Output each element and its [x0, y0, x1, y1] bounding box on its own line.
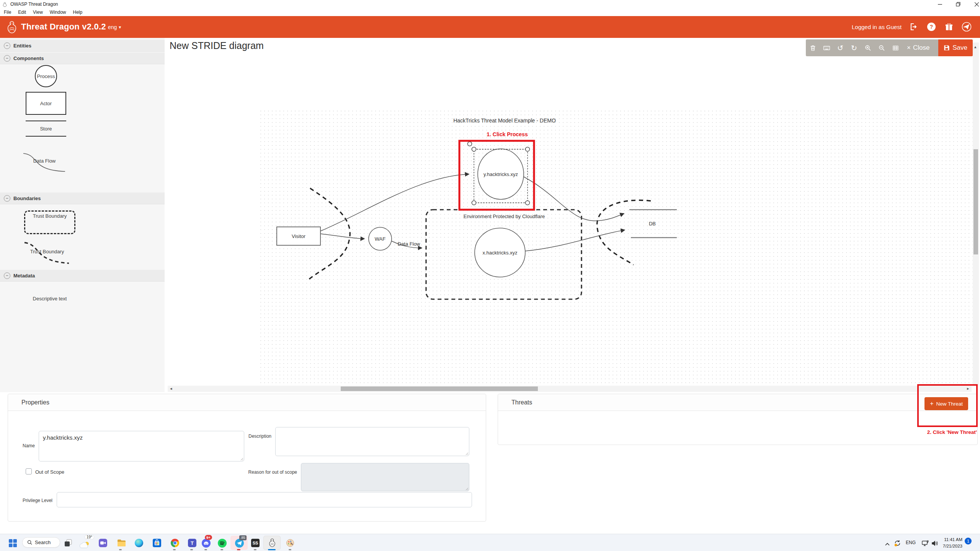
selection-handle[interactable]: [526, 201, 530, 205]
tray-date: 7/21/2023: [937, 543, 962, 549]
threats-panel: Threats + New Threat: [498, 394, 978, 445]
h-scrollbar-thumb[interactable]: [341, 386, 538, 391]
tray-sync-icon[interactable]: [893, 538, 902, 548]
notification-badge[interactable]: 1: [965, 538, 972, 544]
section-metadata[interactable]: − Metadata: [0, 270, 165, 282]
microsoft-store-icon[interactable]: [152, 538, 162, 548]
stencil-descriptive-text[interactable]: Descriptive text: [21, 295, 78, 302]
selection-handle[interactable]: [472, 147, 476, 152]
restore-button[interactable]: [951, 0, 966, 8]
paint-active-indicator: [289, 549, 291, 550]
discord-active-indicator: [204, 549, 207, 550]
tray-chevron-up-icon[interactable]: [883, 540, 892, 549]
spotify-active-indicator: [220, 549, 223, 550]
explorer-active-indicator: [119, 549, 122, 550]
privilege-level-field[interactable]: [57, 492, 472, 507]
section-entities[interactable]: − Entities: [0, 40, 165, 52]
window-title: OWASP Threat Dragon: [10, 2, 58, 7]
svg-text:?: ?: [930, 24, 933, 30]
node-x-process-label: x.hacktricks.xyz: [482, 250, 517, 256]
plus-icon: +: [930, 400, 933, 407]
language-label: eng: [108, 24, 117, 30]
discord-badge: 9+: [205, 535, 212, 540]
window-titlebar: OWASP Threat Dragon: [0, 0, 980, 8]
teams-app-icon[interactable]: T: [188, 538, 197, 548]
menu-window[interactable]: Window: [50, 10, 66, 15]
menu-bar: File Edit View Window Help: [0, 8, 980, 16]
search-input[interactable]: Search: [22, 537, 60, 548]
reason-label: Reason for out of scope: [230, 469, 297, 475]
menu-view[interactable]: View: [33, 10, 43, 15]
properties-panel-header: Properties: [8, 394, 486, 411]
owasp-plane-icon[interactable]: [962, 22, 972, 32]
threat-dragon-app-icon[interactable]: [268, 538, 277, 547]
section-components[interactable]: − Components: [0, 52, 165, 64]
logout-icon[interactable]: [908, 22, 918, 32]
chat-app-icon[interactable]: [98, 538, 108, 548]
out-of-scope-checkbox[interactable]: [26, 468, 32, 474]
language-dropdown[interactable]: eng ▾: [108, 24, 121, 30]
section-components-label: Components: [13, 55, 44, 61]
h-scrollbar-track[interactable]: [168, 386, 972, 392]
bottom-panels: Properties Name y.hacktricks.xyz Descrip…: [0, 392, 980, 534]
weather-widget-icon[interactable]: [79, 540, 90, 549]
section-boundaries-label: Boundaries: [13, 196, 41, 201]
new-threat-button[interactable]: + New Threat: [924, 397, 968, 410]
edge-browser-icon[interactable]: [134, 538, 144, 548]
menu-help[interactable]: Help: [73, 10, 83, 15]
help-icon[interactable]: ?: [926, 22, 936, 32]
stencil-sidebar: − Entities − Components Process Actor St…: [0, 38, 165, 392]
scroll-up-icon[interactable]: ▴: [974, 45, 977, 49]
task-view-icon[interactable]: [64, 538, 73, 548]
start-button-icon[interactable]: [8, 538, 17, 548]
name-field[interactable]: y.hacktricks.xyz: [39, 431, 244, 461]
ss-app-icon[interactable]: SS: [251, 538, 260, 548]
chrome-active-indicator: [173, 549, 176, 550]
selection-handle[interactable]: [472, 201, 476, 205]
app-header: Threat Dragon v2.0.2 eng ▾ Logged in as …: [0, 16, 980, 38]
node-waf-label: WAF: [375, 236, 385, 242]
menu-file[interactable]: File: [4, 10, 11, 15]
stencil-process[interactable]: Process: [35, 65, 57, 87]
login-status: Logged in as Guest: [852, 24, 902, 30]
section-boundaries[interactable]: − Boundaries: [0, 192, 165, 204]
stencil-data-flow[interactable]: Data Flow: [22, 151, 67, 173]
minimize-button[interactable]: [932, 0, 947, 8]
tray-clock[interactable]: 11:41 AM 7/21/2023: [937, 536, 962, 549]
description-field[interactable]: [275, 427, 469, 456]
collapse-icon: −: [4, 272, 10, 279]
stencil-store-label: Store: [40, 126, 52, 132]
section-entities-label: Entities: [13, 43, 31, 49]
stencil-store[interactable]: Store: [26, 121, 66, 137]
diagram-canvas[interactable]: HackTricks Threat Model Example - DEMO 1…: [165, 38, 980, 392]
close-window-button[interactable]: [969, 0, 980, 8]
description-field-wrap: [275, 427, 469, 456]
new-threat-label: New Threat: [936, 401, 963, 407]
app-icon: [2, 2, 7, 7]
stencil-trust-boundary-curve-label: Trust Boundary: [30, 249, 64, 254]
scroll-left-icon[interactable]: ◂: [170, 386, 172, 391]
name-field-wrap: y.hacktricks.xyz: [39, 431, 244, 461]
tray-network-icon[interactable]: [921, 539, 930, 548]
diagram-paper[interactable]: [258, 110, 973, 385]
stencil-trust-boundary-box[interactable]: Trust Boundary: [24, 210, 75, 234]
ss-app-label: SS: [251, 539, 260, 547]
paint-app-icon[interactable]: [286, 538, 295, 548]
stencil-actor[interactable]: Actor: [26, 92, 66, 115]
file-explorer-icon[interactable]: [117, 538, 126, 548]
taskbar: Search 19° T: [0, 534, 980, 551]
spotify-app-icon[interactable]: [217, 538, 227, 548]
v-scrollbar-thumb[interactable]: [973, 149, 978, 254]
selection-handle[interactable]: [526, 147, 530, 152]
diagram-area: New STRIDE diagram ↺ ↻ × Close: [165, 38, 980, 392]
ss-active-indicator: [254, 549, 256, 550]
threats-panel-header: Threats: [498, 394, 977, 411]
stencil-trust-boundary-curve[interactable]: Trust Boundary: [23, 241, 71, 265]
section-metadata-label: Metadata: [13, 273, 35, 279]
gift-icon[interactable]: [944, 22, 954, 32]
menu-edit[interactable]: Edit: [18, 10, 26, 15]
chrome-browser-icon[interactable]: [170, 538, 180, 548]
tray-language[interactable]: ENG: [906, 540, 916, 545]
scroll-right-icon[interactable]: ▸: [967, 386, 969, 391]
stencil-actor-label: Actor: [40, 101, 52, 106]
